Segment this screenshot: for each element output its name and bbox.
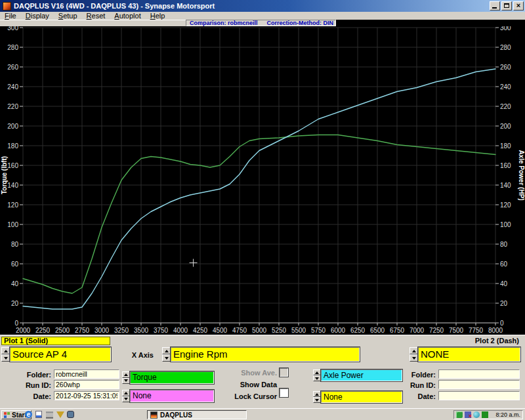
y2-primary-spin-down[interactable] <box>313 375 321 381</box>
svg-text:7000: 7000 <box>410 327 425 334</box>
spinner-down-icon <box>124 398 128 400</box>
plot2-date-input[interactable] <box>438 391 520 400</box>
svg-text:4250: 4250 <box>193 327 208 334</box>
taskbar-clock[interactable]: 8:20 a.m. <box>495 411 520 418</box>
left-axis-title: Torque (lbft) <box>1 156 8 194</box>
y1-primary-spin-down[interactable] <box>122 378 130 385</box>
plot1-source-spin-down[interactable] <box>1 354 10 362</box>
task-button-label: DAQPLUS <box>160 411 192 419</box>
y2-primary-spin-up[interactable] <box>313 369 321 375</box>
svg-text:20: 20 <box>11 300 19 307</box>
title-bar: DAQPLUS V16 (4WD - DAQPLUS 43) - Synapse… <box>0 0 525 12</box>
plot2-source-spin-up[interactable] <box>410 347 418 354</box>
menu-item-reset[interactable]: Reset <box>82 12 110 20</box>
y2-primary-spinner <box>313 369 321 381</box>
spinner-up-icon <box>315 371 319 374</box>
window-title: DAQPLUS V16 (4WD - DAQPLUS 43) - Synapse… <box>14 2 215 10</box>
winzip-vise-icon[interactable] <box>56 411 65 419</box>
svg-text:2250: 2250 <box>35 327 51 334</box>
y1-secondary-spinner <box>122 390 130 402</box>
svg-text:40: 40 <box>11 280 19 287</box>
plot2-header: Plot 2 (Dash) <box>475 337 519 345</box>
svg-text:80: 80 <box>11 241 19 248</box>
svg-text:200: 200 <box>7 123 18 130</box>
internet-explorer-icon[interactable]: e <box>25 411 33 419</box>
plot1-source-field[interactable]: Source AP 4 <box>10 347 111 362</box>
svg-text:4000: 4000 <box>173 327 188 334</box>
x-axis-spin-down[interactable] <box>162 354 171 362</box>
spinner-up-icon <box>165 350 169 352</box>
svg-text:6250: 6250 <box>350 327 366 334</box>
y1-primary-spinner <box>122 371 130 384</box>
svg-text:5250: 5250 <box>272 327 287 334</box>
y1-secondary-channel-field[interactable]: None <box>130 390 214 402</box>
y1-primary-spin-up[interactable] <box>122 371 130 378</box>
y2-secondary-spin-down[interactable] <box>313 397 321 403</box>
svg-text:6750: 6750 <box>390 327 405 334</box>
plot2-run-id-input[interactable] <box>438 380 520 389</box>
comparison-info-box: Comparison: robmcneill Correction-Method… <box>186 20 336 26</box>
spinner-down-icon <box>315 377 319 380</box>
plot1-source-spinner <box>1 347 10 362</box>
plot2-source-field[interactable]: NONE <box>418 347 520 362</box>
svg-text:2000: 2000 <box>16 327 31 334</box>
show-desktop-icon[interactable] <box>35 411 44 419</box>
svg-text:180: 180 <box>500 142 511 150</box>
plot1-run-id-input[interactable] <box>54 380 119 389</box>
app-icon[interactable] <box>3 2 11 10</box>
plot1-date-input[interactable] <box>54 391 119 400</box>
svg-text:180: 180 <box>7 142 18 150</box>
svg-text:7500: 7500 <box>449 327 464 334</box>
y1-primary-channel-field[interactable]: Torque <box>130 371 214 384</box>
spinner-up-icon <box>124 373 128 376</box>
y1-secondary-spin-up[interactable] <box>122 390 130 396</box>
spinner-down-icon <box>4 357 8 360</box>
svg-text:60: 60 <box>500 261 508 268</box>
plot2-folder-input[interactable] <box>438 369 520 379</box>
svg-text:240: 240 <box>7 83 18 91</box>
x-axis-spin-up[interactable] <box>162 347 171 354</box>
svg-text:3750: 3750 <box>154 327 169 334</box>
menu-item-display[interactable]: Display <box>21 12 54 20</box>
plot1-folder-input[interactable] <box>54 369 119 379</box>
x-axis-field[interactable]: Engine Rpm <box>171 347 360 362</box>
daqplus-task-button[interactable]: DAQPLUS <box>147 410 247 419</box>
control-panel: Plot 1 (Solid) Plot 2 (Dash) Source AP 4… <box>0 335 525 408</box>
layers-icon[interactable] <box>46 411 54 419</box>
y2-primary-channel-field[interactable]: Axle Power <box>321 369 402 381</box>
svg-text:0: 0 <box>500 320 504 327</box>
svg-text:5000: 5000 <box>252 327 267 334</box>
tray-icon-2[interactable]: × <box>465 411 471 418</box>
dyno-chart[interactable]: 2000225025002750300032503500375040004250… <box>0 26 525 335</box>
tray-icon-4[interactable] <box>482 411 488 418</box>
menu-item-setup[interactable]: Setup <box>54 12 82 20</box>
close-button[interactable]: × <box>513 1 524 10</box>
minimize-button[interactable] <box>490 1 500 10</box>
svg-text:260: 260 <box>500 64 511 71</box>
svg-text:100: 100 <box>500 221 511 228</box>
menu-item-autoplot[interactable]: Autoplot <box>110 12 145 20</box>
media-player-icon[interactable] <box>67 411 75 419</box>
plot1-source-spin-up[interactable] <box>1 347 10 354</box>
dyno-chart-svg: 2000225025002750300032503500375040004250… <box>0 26 525 335</box>
comparison-strip: Comparison: robmcneill Correction-Method… <box>0 20 525 26</box>
svg-text:3500: 3500 <box>134 327 149 334</box>
menu-item-help[interactable]: Help <box>146 12 170 20</box>
y2-secondary-spin-up[interactable] <box>313 391 321 397</box>
spinner-down-icon <box>412 357 416 360</box>
show-data-checkbox[interactable] <box>280 388 288 397</box>
y1-secondary-spin-down[interactable] <box>122 396 130 403</box>
tray-icon-3[interactable] <box>473 411 480 418</box>
svg-text:240: 240 <box>500 83 511 91</box>
restore-button[interactable] <box>501 1 512 10</box>
correction-method-label: Correction-Method: DIN <box>267 20 334 26</box>
svg-text:80: 80 <box>500 241 508 248</box>
plot2-source-spin-down[interactable] <box>410 354 418 362</box>
comparison-label: Comparison: robmcneill <box>190 20 258 26</box>
menu-item-file[interactable]: File <box>0 12 21 20</box>
tray-icon-1[interactable] <box>456 411 463 418</box>
svg-text:60: 60 <box>11 261 19 268</box>
svg-text:160: 160 <box>7 162 18 169</box>
y2-secondary-channel-field[interactable]: None <box>321 391 402 403</box>
svg-text:120: 120 <box>500 201 511 209</box>
